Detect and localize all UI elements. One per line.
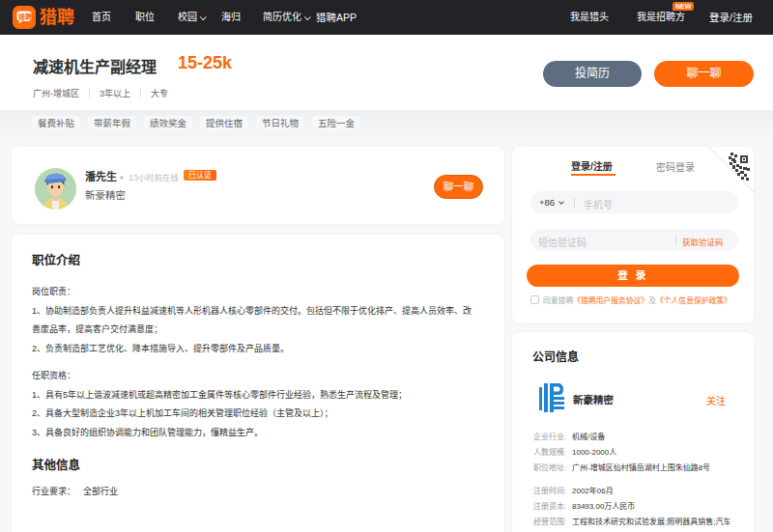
svg-text:猎聘: 猎聘 (18, 13, 32, 21)
